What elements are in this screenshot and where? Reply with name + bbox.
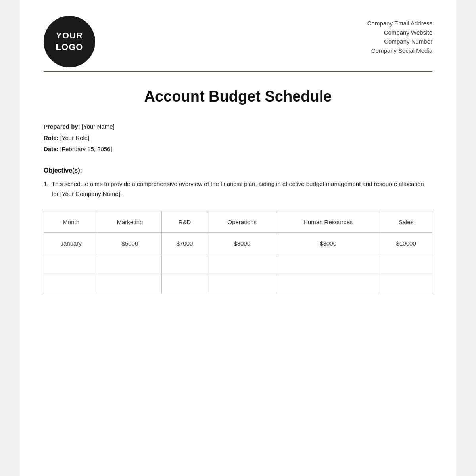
table-cell [161, 254, 208, 274]
col-marketing: Marketing [98, 211, 161, 232]
objective-text-1: This schedule aims to provide a comprehe… [52, 180, 424, 198]
table-cell [44, 254, 98, 274]
objectives-list: This schedule aims to provide a comprehe… [44, 179, 432, 199]
col-operations: Operations [208, 211, 276, 232]
objectives-section: Objective(s): This schedule aims to prov… [44, 167, 432, 199]
logo-line2: LOGO [56, 42, 83, 53]
prepared-by-row: Prepared by: [Your Name] [44, 121, 432, 132]
company-social: Company Social Media [367, 47, 432, 54]
date-label: Date: [44, 146, 59, 152]
table-cell: $3000 [276, 232, 380, 254]
table-row [44, 274, 432, 294]
budget-table: Month Marketing R&D Operations Human Res… [44, 211, 432, 294]
table-cell: $10000 [380, 232, 432, 254]
table-cell [380, 254, 432, 274]
table-cell: $7000 [161, 232, 208, 254]
logo: YOUR LOGO [44, 16, 95, 67]
col-rd: R&D [161, 211, 208, 232]
table-cell [276, 254, 380, 274]
col-month: Month [44, 211, 98, 232]
role-row: Role: [Your Role] [44, 132, 432, 144]
role-label: Role: [44, 134, 59, 141]
table-cell [98, 254, 161, 274]
prepared-by-label: Prepared by: [44, 123, 80, 130]
company-number: Company Number [367, 38, 432, 45]
title-section: Account Budget Schedule [44, 88, 432, 105]
table-cell [208, 274, 276, 294]
table-cell: January [44, 232, 98, 254]
table-cell [44, 274, 98, 294]
logo-line1: YOUR [56, 30, 83, 42]
page: YOUR LOGO Company Email Address Company … [20, 0, 456, 476]
table-cell [380, 274, 432, 294]
company-info: Company Email Address Company Website Co… [367, 16, 432, 54]
meta-info: Prepared by: [Your Name] Role: [Your Rol… [44, 121, 432, 155]
table-cell: $5000 [98, 232, 161, 254]
col-hr: Human Resources [276, 211, 380, 232]
table-cell: $8000 [208, 232, 276, 254]
col-sales: Sales [380, 211, 432, 232]
header: YOUR LOGO Company Email Address Company … [44, 16, 432, 67]
table-row: January$5000$7000$8000$3000$10000 [44, 232, 432, 254]
table-cell [276, 274, 380, 294]
table-header-row: Month Marketing R&D Operations Human Res… [44, 211, 432, 232]
objectives-title: Objective(s): [44, 167, 432, 174]
prepared-by-value: [Your Name] [82, 123, 115, 130]
role-value: [Your Role] [60, 134, 90, 141]
table-cell [208, 254, 276, 274]
company-website: Company Website [367, 29, 432, 36]
date-row: Date: [February 15, 2056] [44, 144, 432, 155]
header-divider [44, 71, 432, 72]
table-cell [161, 274, 208, 294]
page-title: Account Budget Schedule [44, 88, 432, 105]
objective-item-1: This schedule aims to provide a comprehe… [44, 179, 432, 199]
date-value: [February 15, 2056] [60, 146, 112, 152]
table-row [44, 254, 432, 274]
company-email: Company Email Address [367, 20, 432, 27]
table-cell [98, 274, 161, 294]
